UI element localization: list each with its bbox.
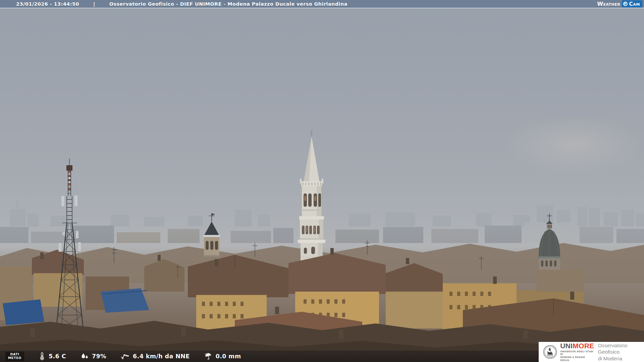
unimore-uni-text: UNI bbox=[560, 342, 573, 350]
humidity-icon bbox=[80, 352, 89, 360]
unimore-subtitle-line2: MODENA E REGGIO EMILIA bbox=[560, 356, 594, 362]
webcam-photo bbox=[0, 0, 644, 362]
observatory-name-line1: Osservatorio Geofisico bbox=[598, 342, 644, 355]
unimore-wordmark: UNIMORE UNIVERSITÀ DEGLI STUDI DI MODENA… bbox=[560, 342, 594, 362]
weathercam-logo[interactable]: Weather Cam bbox=[597, 0, 642, 7]
unimore-seal-icon: 1175 bbox=[543, 344, 557, 360]
unimore-logo[interactable]: 1175 UNIMORE UNIVERSITÀ DEGLI STUDI DI M… bbox=[539, 342, 644, 362]
observatory-name-line2: di Modena bbox=[598, 355, 644, 362]
rain-item: 0.0 mm bbox=[204, 352, 241, 360]
camera-title: Osservatorio Geofisico - DIEF UNIMORE - … bbox=[109, 1, 347, 7]
unimore-subtitle: UNIVERSITÀ DEGLI STUDI DI MODENA E REGGI… bbox=[560, 350, 594, 362]
humidity-value: 79% bbox=[92, 353, 106, 360]
datetime-text: 23/01/2026 - 13:44:50 bbox=[16, 1, 79, 7]
weathercam-weather-text: Weather bbox=[597, 1, 620, 7]
webcam-page: 23/01/2026 - 13:44:50 | Osservatorio Geo… bbox=[0, 0, 644, 362]
wind-icon bbox=[120, 352, 130, 360]
unimore-more-text: MORE bbox=[573, 342, 594, 350]
unimore-seal-year: 1175 bbox=[549, 357, 552, 358]
webcam-photo-scene bbox=[0, 8, 644, 362]
humidity-item: 79% bbox=[80, 352, 106, 360]
weathercam-cam-text: Cam bbox=[629, 1, 640, 7]
observatory-name: Osservatorio Geofisico di Modena bbox=[598, 342, 644, 362]
wind-item: 6.4 km/h da NNE bbox=[120, 352, 190, 360]
temperature-item: 5.6 C bbox=[38, 352, 66, 360]
camera-lens-icon bbox=[623, 2, 628, 6]
rain-icon bbox=[204, 352, 213, 360]
dati-meteo-label: DATI METEO bbox=[5, 352, 24, 361]
thermometer-icon bbox=[38, 352, 46, 360]
dati-meteo-line2: METEO bbox=[8, 356, 21, 360]
wind-value: 6.4 km/h da NNE bbox=[133, 353, 190, 360]
weathercam-cam-badge: Cam bbox=[622, 0, 642, 7]
unimore-subtitle-line1: UNIVERSITÀ DEGLI STUDI DI bbox=[560, 350, 594, 356]
separator: | bbox=[93, 1, 95, 7]
top-bar: 23/01/2026 - 13:44:50 | Osservatorio Geo… bbox=[0, 0, 644, 8]
rain-value: 0.0 mm bbox=[216, 353, 241, 360]
temperature-value: 5.6 C bbox=[49, 353, 66, 360]
